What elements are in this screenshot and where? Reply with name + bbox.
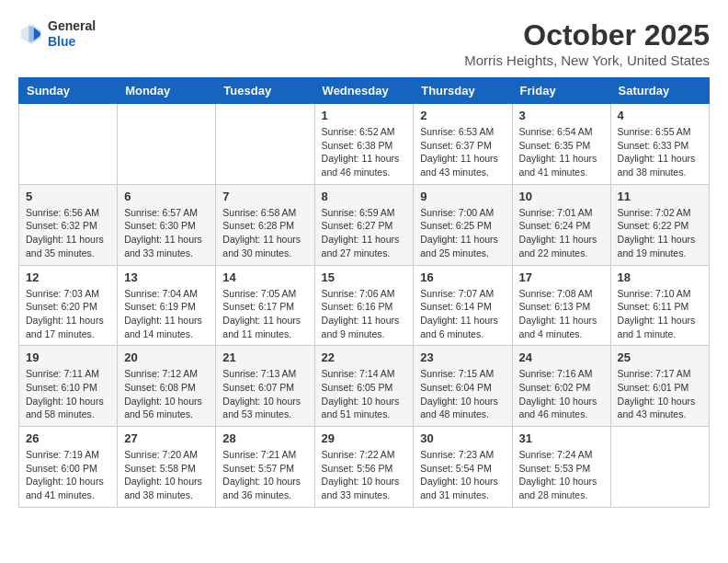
calendar-day-16: 16Sunrise: 7:07 AM Sunset: 6:14 PM Dayli… — [414, 265, 512, 346]
day-info: Sunrise: 7:23 AM Sunset: 5:54 PM Dayligh… — [420, 448, 505, 502]
calendar-day-19: 19Sunrise: 7:11 AM Sunset: 6:10 PM Dayli… — [19, 346, 118, 427]
day-info: Sunrise: 6:54 AM Sunset: 6:35 PM Dayligh… — [519, 125, 604, 179]
weekday-header-thursday: Thursday — [414, 78, 512, 104]
calendar-day-11: 11Sunrise: 7:02 AM Sunset: 6:22 PM Dayli… — [610, 184, 709, 265]
day-info: Sunrise: 7:03 AM Sunset: 6:20 PM Dayligh… — [26, 287, 110, 341]
day-info: Sunrise: 7:11 AM Sunset: 6:10 PM Dayligh… — [26, 367, 110, 421]
calendar-day-9: 9Sunrise: 7:00 AM Sunset: 6:25 PM Daylig… — [414, 184, 512, 265]
calendar-day-22: 22Sunrise: 7:14 AM Sunset: 6:05 PM Dayli… — [314, 346, 414, 427]
calendar-day-23: 23Sunrise: 7:15 AM Sunset: 6:04 PM Dayli… — [414, 346, 512, 427]
day-number: 28 — [222, 431, 307, 445]
day-info: Sunrise: 6:59 AM Sunset: 6:27 PM Dayligh… — [322, 206, 407, 260]
day-number: 31 — [519, 431, 604, 445]
calendar-empty-cell — [118, 104, 216, 185]
day-number: 29 — [322, 431, 407, 445]
day-info: Sunrise: 6:58 AM Sunset: 6:28 PM Dayligh… — [222, 206, 307, 260]
day-info: Sunrise: 7:14 AM Sunset: 6:05 PM Dayligh… — [322, 367, 407, 421]
day-number: 30 — [420, 431, 505, 445]
month-title: October 2025 — [464, 18, 710, 52]
day-info: Sunrise: 7:08 AM Sunset: 6:13 PM Dayligh… — [519, 287, 604, 341]
calendar-day-20: 20Sunrise: 7:12 AM Sunset: 6:08 PM Dayli… — [118, 346, 216, 427]
day-number: 7 — [222, 190, 307, 203]
day-info: Sunrise: 7:04 AM Sunset: 6:19 PM Dayligh… — [124, 287, 209, 341]
calendar-day-8: 8Sunrise: 6:59 AM Sunset: 6:27 PM Daylig… — [314, 184, 414, 265]
day-info: Sunrise: 7:13 AM Sunset: 6:07 PM Dayligh… — [222, 367, 307, 421]
day-info: Sunrise: 7:05 AM Sunset: 6:17 PM Dayligh… — [222, 287, 307, 341]
day-number: 14 — [222, 270, 307, 284]
day-info: Sunrise: 7:01 AM Sunset: 6:24 PM Dayligh… — [519, 206, 604, 260]
day-info: Sunrise: 6:57 AM Sunset: 6:30 PM Dayligh… — [124, 206, 209, 260]
calendar-day-6: 6Sunrise: 6:57 AM Sunset: 6:30 PM Daylig… — [118, 184, 216, 265]
calendar-day-28: 28Sunrise: 7:21 AM Sunset: 5:57 PM Dayli… — [216, 427, 314, 508]
calendar-day-26: 26Sunrise: 7:19 AM Sunset: 6:00 PM Dayli… — [19, 427, 118, 508]
day-number: 4 — [618, 109, 702, 122]
day-info: Sunrise: 6:55 AM Sunset: 6:33 PM Dayligh… — [618, 125, 702, 179]
day-number: 10 — [519, 190, 604, 203]
calendar-day-13: 13Sunrise: 7:04 AM Sunset: 6:19 PM Dayli… — [118, 265, 216, 346]
day-number: 6 — [124, 190, 209, 203]
logo-text: General Blue — [48, 18, 96, 50]
day-number: 15 — [322, 270, 407, 284]
calendar-table: SundayMondayTuesdayWednesdayThursdayFrid… — [18, 77, 710, 508]
day-number: 5 — [26, 190, 110, 203]
calendar-day-15: 15Sunrise: 7:06 AM Sunset: 6:16 PM Dayli… — [314, 265, 414, 346]
day-info: Sunrise: 7:16 AM Sunset: 6:02 PM Dayligh… — [519, 367, 604, 421]
calendar-day-27: 27Sunrise: 7:20 AM Sunset: 5:58 PM Dayli… — [118, 427, 216, 508]
day-info: Sunrise: 7:20 AM Sunset: 5:58 PM Dayligh… — [124, 448, 209, 502]
day-number: 2 — [420, 109, 505, 122]
title-block: October 2025 Morris Heights, New York, U… — [464, 18, 710, 68]
weekday-header-tuesday: Tuesday — [216, 78, 314, 104]
day-number: 26 — [26, 431, 110, 445]
calendar-day-2: 2Sunrise: 6:53 AM Sunset: 6:37 PM Daylig… — [414, 104, 512, 185]
calendar-day-31: 31Sunrise: 7:24 AM Sunset: 5:53 PM Dayli… — [512, 427, 610, 508]
day-number: 18 — [618, 270, 702, 284]
day-number: 20 — [124, 350, 209, 364]
day-number: 3 — [519, 109, 604, 122]
calendar-day-30: 30Sunrise: 7:23 AM Sunset: 5:54 PM Dayli… — [414, 427, 512, 508]
day-number: 11 — [618, 190, 702, 203]
logo: General Blue — [18, 18, 96, 50]
weekday-header-sunday: Sunday — [19, 78, 118, 104]
day-info: Sunrise: 6:52 AM Sunset: 6:38 PM Dayligh… — [322, 125, 407, 179]
calendar-day-24: 24Sunrise: 7:16 AM Sunset: 6:02 PM Dayli… — [512, 346, 610, 427]
calendar-day-29: 29Sunrise: 7:22 AM Sunset: 5:56 PM Dayli… — [314, 427, 414, 508]
day-info: Sunrise: 6:53 AM Sunset: 6:37 PM Dayligh… — [420, 125, 505, 179]
calendar-day-10: 10Sunrise: 7:01 AM Sunset: 6:24 PM Dayli… — [512, 184, 610, 265]
calendar-day-1: 1Sunrise: 6:52 AM Sunset: 6:38 PM Daylig… — [314, 104, 414, 185]
calendar-week-row: 1Sunrise: 6:52 AM Sunset: 6:38 PM Daylig… — [19, 104, 710, 185]
logo-blue-text: Blue — [48, 34, 96, 50]
day-info: Sunrise: 7:07 AM Sunset: 6:14 PM Dayligh… — [420, 287, 505, 341]
location: Morris Heights, New York, United States — [464, 52, 710, 68]
page-header: General Blue October 2025 Morris Heights… — [18, 18, 710, 68]
day-info: Sunrise: 7:19 AM Sunset: 6:00 PM Dayligh… — [26, 448, 110, 502]
day-number: 19 — [26, 350, 110, 364]
calendar-week-row: 5Sunrise: 6:56 AM Sunset: 6:32 PM Daylig… — [19, 184, 710, 265]
weekday-header-saturday: Saturday — [610, 78, 709, 104]
logo-icon — [18, 21, 44, 47]
calendar-day-21: 21Sunrise: 7:13 AM Sunset: 6:07 PM Dayli… — [216, 346, 314, 427]
calendar-week-row: 19Sunrise: 7:11 AM Sunset: 6:10 PM Dayli… — [19, 346, 710, 427]
calendar-day-14: 14Sunrise: 7:05 AM Sunset: 6:17 PM Dayli… — [216, 265, 314, 346]
day-number: 24 — [519, 350, 604, 364]
day-info: Sunrise: 7:02 AM Sunset: 6:22 PM Dayligh… — [618, 206, 702, 260]
calendar-empty-cell — [19, 104, 118, 185]
day-info: Sunrise: 7:12 AM Sunset: 6:08 PM Dayligh… — [124, 367, 209, 421]
day-number: 27 — [124, 431, 209, 445]
day-number: 16 — [420, 270, 505, 284]
calendar-day-5: 5Sunrise: 6:56 AM Sunset: 6:32 PM Daylig… — [19, 184, 118, 265]
day-number: 25 — [618, 350, 702, 364]
day-info: Sunrise: 7:22 AM Sunset: 5:56 PM Dayligh… — [322, 448, 407, 502]
calendar-day-4: 4Sunrise: 6:55 AM Sunset: 6:33 PM Daylig… — [610, 104, 709, 185]
logo-general-text: General — [48, 18, 96, 34]
weekday-header-friday: Friday — [512, 78, 610, 104]
day-info: Sunrise: 6:56 AM Sunset: 6:32 PM Dayligh… — [26, 206, 110, 260]
day-info: Sunrise: 7:00 AM Sunset: 6:25 PM Dayligh… — [420, 206, 505, 260]
weekday-header-row: SundayMondayTuesdayWednesdayThursdayFrid… — [19, 78, 710, 104]
weekday-header-monday: Monday — [118, 78, 216, 104]
calendar-empty-cell — [216, 104, 314, 185]
calendar-day-3: 3Sunrise: 6:54 AM Sunset: 6:35 PM Daylig… — [512, 104, 610, 185]
day-number: 23 — [420, 350, 505, 364]
day-info: Sunrise: 7:17 AM Sunset: 6:01 PM Dayligh… — [618, 367, 702, 421]
day-info: Sunrise: 7:21 AM Sunset: 5:57 PM Dayligh… — [222, 448, 307, 502]
calendar-empty-cell — [610, 427, 709, 508]
